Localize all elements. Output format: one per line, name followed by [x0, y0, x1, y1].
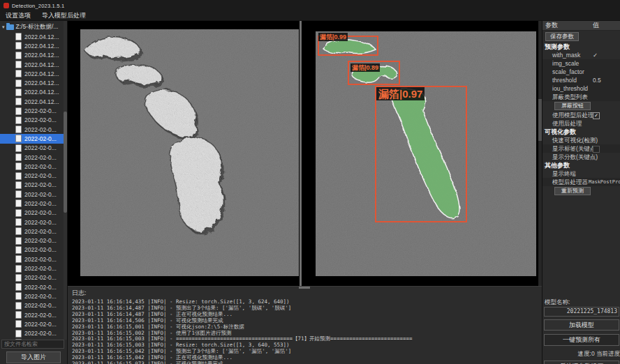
load-model-button[interactable]: 加载模型 — [544, 319, 619, 331]
tree-item[interactable]: 2022.04.12... — [0, 88, 67, 97]
file-icon — [15, 153, 22, 161]
log-hscrollbar-thumb[interactable] — [299, 287, 310, 289]
tree-item[interactable]: 2022.04.12... — [0, 69, 67, 78]
tree-item[interactable]: 2022-02-0... — [0, 227, 67, 236]
tree-item[interactable]: 2022-02-0... — [0, 236, 67, 245]
param-label: scale_factor — [552, 68, 584, 75]
file-icon — [15, 144, 22, 152]
param-row[interactable]: 使用模型后处理✓ — [542, 111, 620, 119]
save-params-button[interactable]: 保存参数 — [545, 32, 579, 41]
param-row[interactable]: 显示终端 — [542, 169, 620, 178]
tree-item[interactable]: 2022-02-0... — [0, 171, 67, 180]
param-row[interactable]: 模型后处理器MaskPostPro — [542, 178, 620, 186]
file-icon — [15, 52, 22, 59]
panel-splitter[interactable] — [300, 21, 302, 286]
checkbox[interactable] — [593, 146, 600, 153]
file-icon — [15, 172, 22, 180]
tree-item[interactable]: 2022.04.12... — [0, 97, 67, 106]
file-icon — [15, 126, 22, 133]
postprocess-params-button[interactable]: 后处理参数设置 — [544, 361, 619, 364]
tree-item[interactable]: 2022-02-0... — [0, 329, 67, 338]
search-input[interactable] — [1, 340, 64, 349]
param-row[interactable]: 屏蔽类型列表 — [542, 93, 620, 101]
tree-item[interactable]: 2022-02-0... — [0, 208, 67, 218]
import-image-button[interactable]: 导入图片 — [6, 351, 61, 363]
file-icon — [15, 320, 22, 328]
tree-item[interactable]: 2022-02-0... — [0, 218, 67, 227]
original-image-panel[interactable] — [80, 29, 299, 276]
prediction-image — [316, 31, 536, 276]
tree-item[interactable]: 2022-02-0... — [0, 255, 67, 264]
param-row[interactable]: iou_threshold — [542, 84, 620, 93]
predict-all-button[interactable]: 一键预测所有 — [544, 334, 619, 346]
menu-import-postprocess[interactable]: 导入模型后处理 — [42, 11, 86, 20]
param-row[interactable]: 显示标签(关键点) — [542, 144, 620, 153]
file-tree[interactable]: ▾ Z:/5-标注数据/... 2022.04.12...2022.04.12.… — [0, 21, 67, 341]
tree-item-label: 2022.04.12... — [24, 61, 59, 68]
chevron-down-icon[interactable]: ▾ — [2, 24, 5, 30]
param-value: ✓ — [593, 51, 598, 59]
tree-item[interactable]: 2022-02-0... — [0, 301, 67, 310]
original-image — [80, 29, 299, 276]
checkbox[interactable]: ✓ — [593, 112, 600, 119]
param-row[interactable]: 显示分数(关键点) — [542, 153, 620, 161]
tree-item[interactable]: 2022.04.12... — [0, 60, 67, 69]
tree-item[interactable]: 2022-02-0... — [0, 291, 67, 301]
param-label: 显示终端 — [552, 170, 576, 177]
param-table-header: 参数 值 — [542, 21, 620, 31]
param-button[interactable]: 重新预测 — [554, 187, 591, 195]
param-row[interactable]: 使用后处理 — [542, 119, 620, 128]
tree-scrollbar[interactable] — [64, 21, 67, 340]
tree-item[interactable]: 2022-02-0... — [0, 134, 67, 143]
param-group-title: 预测参数 — [542, 43, 620, 51]
param-label: img_scale — [552, 60, 579, 67]
tree-item-label: 2022.04.12... — [24, 52, 59, 59]
tree-scrollbar-thumb[interactable] — [64, 112, 67, 213]
tree-item[interactable]: 2022.04.12... — [0, 78, 67, 87]
tree-item[interactable]: 2022-02-0... — [0, 273, 67, 282]
tree-item[interactable]: 2022-02-0... — [0, 181, 67, 190]
tree-item[interactable]: 2022.04.12... — [0, 51, 67, 60]
tree-item[interactable]: 2022-02-0... — [0, 125, 67, 134]
tree-item[interactable]: 2022-02-0... — [0, 310, 67, 319]
tree-item[interactable]: 2022-02-0... — [0, 282, 67, 291]
tree-item-label: 2022-02-0... — [24, 181, 57, 188]
param-label: iou_threshold — [552, 85, 588, 92]
model-name-field[interactable]: 20221225_174813 — [544, 307, 619, 317]
tree-item[interactable]: 2022-02-0... — [0, 116, 67, 125]
file-icon — [15, 135, 22, 142]
value-col-header: 值 — [593, 21, 599, 30]
param-row[interactable]: img_scale — [542, 59, 620, 68]
tree-item[interactable]: 2022-02-0... — [0, 162, 67, 171]
tree-item[interactable]: 2022-02-0... — [0, 319, 67, 328]
file-icon — [15, 33, 22, 40]
tree-item-label: 2022-02-0... — [24, 116, 57, 123]
tree-item[interactable]: 2022.04.12... — [0, 41, 67, 50]
param-row[interactable]: 快速可视化(检测) — [542, 136, 620, 144]
tree-root[interactable]: ▾ Z:/5-标注数据/... — [0, 22, 67, 32]
param-row[interactable]: with_mask✓ — [542, 51, 620, 59]
tree-item[interactable]: 2022-02-0... — [0, 199, 67, 208]
tree-item[interactable]: 2022-02-0... — [0, 245, 67, 255]
tree-item[interactable]: 2022.04.12... — [0, 32, 67, 41]
file-icon — [15, 98, 22, 105]
tree-item[interactable]: 2022-02-0... — [0, 264, 67, 273]
prediction-image-panel[interactable]: 漏箔|0.99 漏箔|0.89 漏箔|0.97 — [316, 31, 536, 276]
tree-item[interactable]: 2022-02-0... — [0, 190, 67, 199]
file-icon — [15, 79, 22, 87]
tree-item[interactable]: 2022-02-0... — [0, 144, 67, 153]
file-icon — [15, 283, 22, 291]
param-value: 0.5 — [593, 76, 601, 84]
menu-settings[interactable]: 设置选项 — [6, 11, 31, 20]
tree-item-label: 2022-02-0... — [24, 154, 57, 161]
param-label: 使用模型后处理 — [552, 112, 594, 119]
param-group-title: 其他参数 — [542, 161, 620, 169]
param-row[interactable]: scale_factor — [542, 68, 620, 76]
log-panel[interactable]: 日志: 2023-01-11 16:16:14,435 |INFO| - Res… — [68, 286, 542, 364]
param-label: 使用后处理 — [552, 120, 582, 127]
tree-item[interactable]: 2022-02-0... — [0, 153, 67, 162]
param-button[interactable]: 屏蔽按钮 — [554, 102, 591, 110]
tree-item[interactable]: 2022-02-0... — [0, 106, 67, 115]
param-row[interactable]: threshold0.5 — [542, 76, 620, 84]
tree-item-label: 2022-02-0... — [24, 219, 57, 226]
